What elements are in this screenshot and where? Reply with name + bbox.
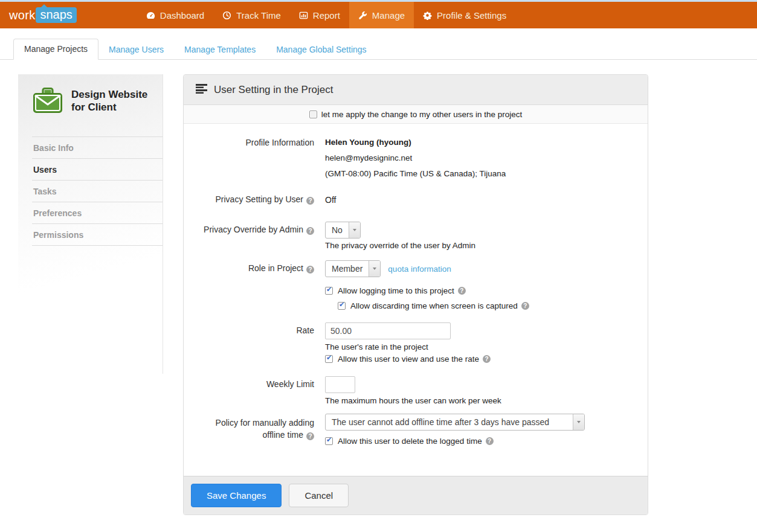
gear-icon [423, 11, 432, 20]
allow-discarding-checkbox[interactable] [338, 302, 346, 310]
sidebar-item-preferences[interactable]: Preferences [32, 202, 163, 224]
panel-footer: Save Changes Cancel [184, 476, 648, 514]
tab-manage-users[interactable]: Manage Users [98, 40, 174, 60]
help-icon[interactable]: ? [306, 432, 314, 440]
nav-item-report[interactable]: Report [290, 2, 349, 28]
panel-title: User Setting in the Project [214, 84, 333, 96]
page: work snaps Dashboard Track Time Report M… [0, 0, 757, 532]
help-icon[interactable]: ? [306, 266, 314, 274]
user-setting-panel: User Setting in the Project let me apply… [183, 74, 648, 515]
offline-policy-selected-value: The user cannot add offline time after 3… [326, 414, 555, 430]
allow-logging-row: Allow logging time to this project ? [325, 286, 648, 295]
help-icon[interactable]: ? [521, 302, 529, 310]
offline-policy-select[interactable]: The user cannot add offline time after 3… [325, 414, 585, 431]
help-icon[interactable]: ? [306, 227, 314, 235]
allow-rate-checkbox[interactable] [325, 355, 333, 363]
rate-row: Rate The user's rate in the project Allo… [184, 322, 648, 364]
project-title: Design Website for Client [71, 86, 158, 117]
privacy-setting-value: Off [325, 195, 336, 205]
role-selected-value: Member [326, 261, 369, 277]
help-icon[interactable]: ? [483, 355, 491, 363]
nav-label: Track Time [236, 10, 281, 21]
privacy-setting-row: Privacy Setting by User? Off [184, 194, 648, 205]
role-row: Role in Project? Member quota informatio… [184, 260, 648, 310]
tab-manage-global-settings[interactable]: Manage Global Settings [266, 40, 376, 60]
privacy-override-row: Privacy Override by Admin? No The privac… [184, 222, 648, 250]
allow-rate-label: Allow this user to view and use the rate [338, 354, 479, 364]
apply-to-others-row: let me apply the change to my other user… [184, 105, 648, 124]
manage-tabs-bar: Manage Projects Manage Users Manage Temp… [0, 39, 757, 60]
allow-discarding-label: Allow discarding time when screen is cap… [350, 301, 518, 310]
dashboard-gauge-icon [146, 11, 155, 20]
weekly-limit-row: Weekly Limit The maximum hours the user … [184, 376, 648, 405]
rate-helper: The user's rate in the project [325, 342, 648, 351]
nav-item-track-time[interactable]: Track Time [213, 2, 290, 28]
project-sidebar: Design Website for Client Basic Info Use… [18, 74, 163, 374]
content-area: Design Website for Client Basic Info Use… [0, 60, 757, 515]
allow-delete-row: Allow this user to delete the logged tim… [325, 437, 648, 446]
profile-information-row: Profile Information Helen Young (hyoung)… [184, 138, 648, 178]
profile-email: helen@mydesigninc.net [325, 153, 648, 162]
app-header: work snaps Dashboard Track Time Report M… [0, 2, 757, 28]
tab-manage-templates[interactable]: Manage Templates [174, 40, 266, 60]
sidebar-item-tasks[interactable]: Tasks [32, 181, 163, 202]
project-nav: Basic Info Users Tasks Preferences Permi… [32, 136, 163, 246]
user-setting-form: Profile Information Helen Young (hyoung)… [184, 124, 648, 446]
project-header: Design Website for Client [18, 74, 163, 128]
profile-timezone: (GMT-08:00) Pacific Time (US & Canada); … [325, 169, 648, 178]
chevron-down-icon [573, 414, 584, 430]
nav-item-manage[interactable]: Manage [349, 2, 414, 28]
nav-label: Report [313, 10, 340, 21]
save-changes-button[interactable]: Save Changes [191, 484, 282, 507]
role-select[interactable]: Member [325, 260, 381, 277]
offline-policy-label: Policy for manually adding offline time? [184, 414, 314, 446]
chevron-down-icon [349, 222, 360, 238]
main-nav: Dashboard Track Time Report Manage Profi… [137, 2, 515, 28]
rate-label: Rate [184, 322, 314, 364]
cancel-button[interactable]: Cancel [289, 484, 349, 507]
weekly-limit-label: Weekly Limit [184, 376, 314, 405]
chevron-down-icon [369, 261, 380, 277]
privacy-setting-label: Privacy Setting by User? [184, 194, 314, 205]
allow-delete-label: Allow this user to delete the logged tim… [338, 437, 482, 446]
weekly-limit-input[interactable] [325, 376, 355, 393]
sidebar-item-basic-info[interactable]: Basic Info [32, 137, 163, 159]
quota-information-link[interactable]: quota information [388, 264, 451, 274]
logo-text-snaps: snaps [36, 7, 76, 23]
nav-item-profile-settings[interactable]: Profile & Settings [414, 2, 515, 28]
privacy-override-helper: The privacy override of the user by Admi… [325, 241, 648, 250]
apply-to-others-checkbox[interactable] [309, 111, 317, 118]
nav-label: Profile & Settings [437, 10, 506, 21]
role-label: Role in Project? [184, 260, 314, 310]
allow-delete-checkbox[interactable] [325, 437, 333, 445]
help-icon[interactable]: ? [306, 197, 314, 205]
nav-label: Dashboard [160, 10, 204, 21]
sidebar-item-users[interactable]: Users [32, 159, 163, 181]
apply-to-others-label: let me apply the change to my other user… [321, 110, 522, 119]
help-icon[interactable]: ? [486, 437, 494, 445]
clock-icon [222, 11, 231, 20]
sidebar-item-permissions[interactable]: Permissions [32, 224, 163, 246]
privacy-override-selected-value: No [326, 222, 349, 238]
nav-item-dashboard[interactable]: Dashboard [137, 2, 213, 28]
help-icon[interactable]: ? [458, 287, 466, 295]
privacy-override-select[interactable]: No [325, 222, 361, 239]
privacy-override-label: Privacy Override by Admin? [184, 222, 314, 250]
rate-input[interactable] [325, 322, 451, 339]
allow-logging-label: Allow logging time to this project [338, 286, 454, 295]
offline-policy-row: Policy for manually adding offline time?… [184, 414, 648, 446]
worksnaps-logo[interactable]: work snaps [9, 2, 77, 28]
profile-information-label: Profile Information [184, 138, 314, 178]
logo-text-work: work [9, 8, 35, 22]
briefcase-icon [32, 86, 63, 117]
wrench-icon [358, 11, 367, 20]
tab-manage-projects[interactable]: Manage Projects [13, 39, 98, 60]
panel-header: User Setting in the Project [184, 75, 648, 105]
allow-rate-row: Allow this user to view and use the rate… [325, 354, 648, 364]
nav-label: Manage [372, 10, 405, 21]
bar-chart-icon [299, 11, 308, 20]
list-icon [196, 84, 207, 96]
allow-logging-checkbox[interactable] [325, 287, 333, 295]
weekly-limit-helper: The maximum hours the user can work per … [325, 396, 648, 405]
allow-discarding-row: Allow discarding time when screen is cap… [338, 301, 648, 310]
